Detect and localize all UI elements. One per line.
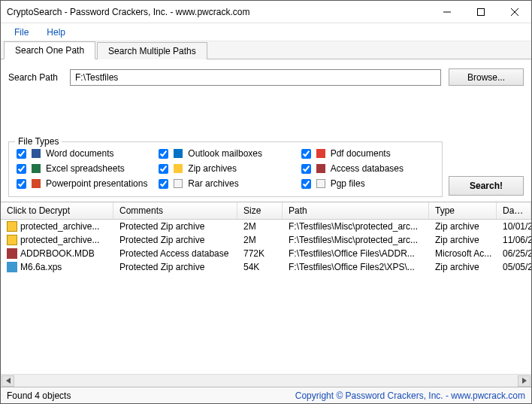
results-body: protected_archive...Protected Zip archiv… [1, 220, 531, 374]
filetype-label: Zip archives [188, 163, 237, 174]
svg-marker-5 [522, 378, 527, 384]
filetype-item: Pgp files [301, 178, 434, 189]
menu-file[interactable]: File [7, 25, 36, 40]
filetype-item: Powerpoint presentations [17, 178, 150, 189]
window-title: CryptoSearch - Password Crackers, Inc. -… [1, 7, 249, 17]
filetype-item: Access databases [301, 163, 434, 174]
spacer [1, 90, 531, 135]
filetype-checkbox[interactable] [301, 164, 311, 174]
filetype-checkbox[interactable] [301, 179, 311, 189]
cell-path: F:\Testfiles\Office Files\ADDR... [283, 248, 429, 259]
status-right: Copyright © Password Crackers, Inc. - ww… [295, 390, 525, 401]
cell-size: 54K [237, 262, 283, 272]
filetype-item: Word documents [17, 148, 150, 159]
cell-name: protected_archive... [1, 235, 113, 245]
table-row[interactable]: protected_archive...Protected Zip archiv… [1, 233, 531, 247]
cell-datetime: 06/25/2009 03:59:00 ... [497, 248, 531, 259]
svg-marker-4 [6, 378, 11, 384]
col-type[interactable]: Type [429, 202, 497, 219]
filetypes-group: File Types Word documentsOutlook mailbox… [8, 141, 443, 197]
search-path-label: Search Path [8, 72, 62, 83]
filetype-checkbox[interactable] [17, 149, 26, 159]
filetype-checkbox[interactable] [159, 164, 168, 174]
filetype-label: Pgp files [331, 178, 365, 189]
filetype-checkbox[interactable] [159, 149, 168, 159]
menu-help[interactable]: Help [39, 25, 73, 40]
filetype-checkbox[interactable] [17, 179, 26, 189]
filetype-label: Rar archives [188, 178, 238, 189]
filetype-item: Rar archives [159, 178, 292, 189]
filetype-icon [316, 163, 326, 174]
cell-type: Zip archive [429, 221, 497, 232]
filetype-icon [31, 148, 41, 159]
cell-datetime: 10/01/2016 07:22:20 ... [497, 221, 531, 232]
filetype-checkbox[interactable] [159, 179, 168, 189]
window-controls [430, 1, 531, 23]
cell-comment: Protected Access database [113, 248, 237, 259]
cell-comment: Protected Zip archive [113, 235, 237, 245]
close-button[interactable] [497, 1, 531, 23]
filetype-item: Pdf documents [301, 148, 434, 159]
cell-type: Zip archive [429, 262, 497, 272]
tab-search-multiple-paths[interactable]: Search Multiple Paths [97, 42, 207, 59]
cell-path: F:\Testfiles\Office Files2\XPS\... [283, 262, 429, 272]
search-path-input[interactable] [70, 69, 441, 86]
filetype-label: Pdf documents [331, 148, 391, 159]
cell-name: protected_archive... [1, 221, 113, 232]
filetype-icon [316, 178, 326, 189]
filetype-icon [173, 163, 183, 174]
col-datetime[interactable]: DateTime [497, 202, 531, 219]
filetypes-legend: File Types [15, 136, 62, 147]
col-decrypt[interactable]: Click to Decrypt [1, 202, 113, 219]
menubar: File Help [1, 23, 531, 41]
scroll-right-arrow[interactable] [518, 375, 530, 387]
filetype-checkbox[interactable] [301, 149, 311, 159]
filetype-icon [173, 178, 183, 189]
file-icon [7, 248, 17, 259]
search-button[interactable]: Search! [449, 176, 524, 196]
filetype-label: Access databases [331, 163, 404, 174]
col-path[interactable]: Path [283, 202, 429, 219]
col-size[interactable]: Size [237, 202, 283, 219]
table-row[interactable]: protected_archive...Protected Zip archiv… [1, 220, 531, 233]
titlebar: CryptoSearch - Password Crackers, Inc. -… [1, 1, 531, 23]
tab-search-one-path[interactable]: Search One Path [4, 41, 95, 59]
cell-type: Microsoft Ac... [429, 248, 497, 259]
cell-size: 772K [237, 248, 283, 259]
filetype-label: Powerpoint presentations [46, 178, 147, 189]
results-panel: Click to Decrypt Comments Size Path Type… [1, 202, 531, 387]
minimize-button[interactable] [430, 1, 464, 23]
filetype-icon [316, 148, 326, 159]
cell-comment: Protected Zip archive [113, 262, 237, 272]
filetype-item: Zip archives [159, 163, 292, 174]
filetypes-row: File Types Word documentsOutlook mailbox… [1, 135, 531, 202]
maximize-button[interactable] [464, 1, 497, 23]
col-comments[interactable]: Comments [113, 202, 237, 219]
browse-button[interactable]: Browse... [449, 68, 524, 86]
cell-type: Zip archive [429, 235, 497, 245]
horizontal-scrollbar[interactable] [1, 374, 531, 387]
filetype-icon [173, 148, 183, 159]
cell-path: F:\Testfiles\Misc\protected_arc... [283, 221, 429, 232]
filetype-label: Word documents [46, 148, 114, 159]
filetype-item: Outlook mailboxes [159, 148, 292, 159]
filetype-checkbox[interactable] [17, 164, 26, 174]
cell-datetime: 11/06/2012 09:52:30 ... [497, 235, 531, 245]
results-header: Click to Decrypt Comments Size Path Type… [1, 202, 531, 220]
filetype-label: Excel spreadsheets [46, 163, 125, 174]
table-row[interactable]: ADDRBOOK.MDBProtected Access database772… [1, 247, 531, 260]
filetype-label: Outlook mailboxes [188, 148, 262, 159]
file-icon [7, 262, 17, 272]
cell-name: M6.6a.xps [1, 262, 113, 272]
file-icon [7, 221, 17, 232]
status-left: Found 4 objects [7, 390, 71, 401]
cell-size: 2M [237, 235, 283, 245]
filetype-item: Excel spreadsheets [17, 163, 150, 174]
cell-name: ADDRBOOK.MDB [1, 248, 113, 259]
cell-size: 2M [237, 221, 283, 232]
table-row[interactable]: M6.6a.xpsProtected Zip archive54KF:\Test… [1, 260, 531, 274]
scroll-left-arrow[interactable] [2, 375, 14, 387]
cell-datetime: 05/05/2006 06:47:02 ... [497, 262, 531, 272]
filetype-icon [31, 163, 41, 174]
svg-rect-1 [477, 8, 484, 15]
